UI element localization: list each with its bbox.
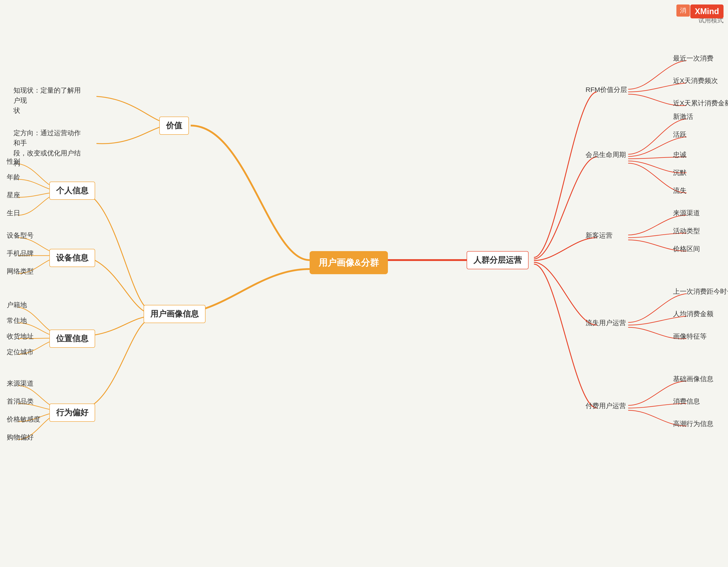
value-node: 价值 (159, 117, 189, 135)
source-channel-right-leaf: 来源渠道 (673, 209, 700, 218)
constellation-leaf: 星座 (7, 191, 20, 200)
first-purchase-leaf: 首消品类 (7, 397, 34, 406)
app-logo: XMind (690, 4, 724, 18)
trial-badge: 消 (676, 4, 690, 17)
birthday-leaf: 生日 (7, 209, 20, 218)
profile-feature-leaf: 画像特征等 (673, 332, 707, 341)
age-leaf: 年龄 (7, 173, 20, 182)
location-info-node: 位置信息 (49, 329, 95, 348)
source-channel-left-leaf: 来源渠道 (7, 379, 34, 388)
new-activate-leaf: 新激活 (673, 112, 693, 121)
last-consume-leaf: 最近一次消费 (673, 54, 713, 63)
network-type-leaf: 网络类型 (7, 267, 34, 276)
lost-user-ops-node: 流失用户运营 (586, 318, 626, 327)
shipping-addr-leaf: 收货地址 (7, 332, 34, 341)
phone-brand-leaf: 手机品牌 (7, 249, 34, 258)
crowd-ops-node: 人群分层运营 (467, 251, 529, 269)
last-consume-duration-leaf: 上一次消费距今时长 (673, 287, 728, 296)
avg-consume-leaf: 人均消费金额 (673, 309, 713, 318)
rfm-node: RFM价值分层 (586, 85, 627, 94)
silent-leaf: 沉默 (673, 168, 686, 177)
device-model-leaf: 设备型号 (7, 231, 34, 240)
center-node: 用户画像&分群 (310, 251, 388, 274)
price-sensitivity-leaf: 价格敏感度 (7, 415, 40, 424)
paid-user-ops-node: 付费用户运营 (586, 401, 626, 410)
activity-type-leaf: 活动类型 (673, 227, 700, 236)
profile-node: 用户画像信息 (144, 305, 206, 323)
member-lifecycle-node: 会员生命周期 (586, 150, 626, 159)
peak-behavior-leaf: 高潮行为信息 (673, 419, 713, 428)
consume-info-leaf: 消费信息 (673, 397, 700, 406)
value-child-2: 定方向：通过运营动作和手段，改变或优化用户结构 (13, 128, 85, 168)
device-info-node: 设备信息 (49, 249, 95, 267)
huji-leaf: 户籍地 (7, 300, 27, 309)
behavior-pref-node: 行为偏好 (49, 403, 95, 422)
location-city-leaf: 定位城市 (7, 347, 34, 357)
active-leaf: 活跃 (673, 130, 686, 139)
gender-leaf: 性别 (7, 157, 20, 166)
basic-profile-leaf: 基础画像信息 (673, 374, 713, 383)
changzhu-leaf: 常住地 (7, 316, 27, 325)
value-child-1: 知现状：定量的了解用户现状 (13, 85, 85, 116)
personal-info-node: 个人信息 (49, 182, 95, 200)
shopping-pref-leaf: 购物偏好 (7, 433, 34, 442)
consume-freq-leaf: 近X天消费频次 (673, 76, 718, 85)
loyal-leaf: 忠诚 (673, 150, 686, 159)
consume-amount-leaf: 近X天累计消费金额 (673, 99, 728, 108)
price-range-leaf: 价格区间 (673, 245, 700, 254)
lost-leaf: 流失 (673, 186, 686, 195)
new-customer-ops-node: 新客运营 (586, 231, 612, 240)
